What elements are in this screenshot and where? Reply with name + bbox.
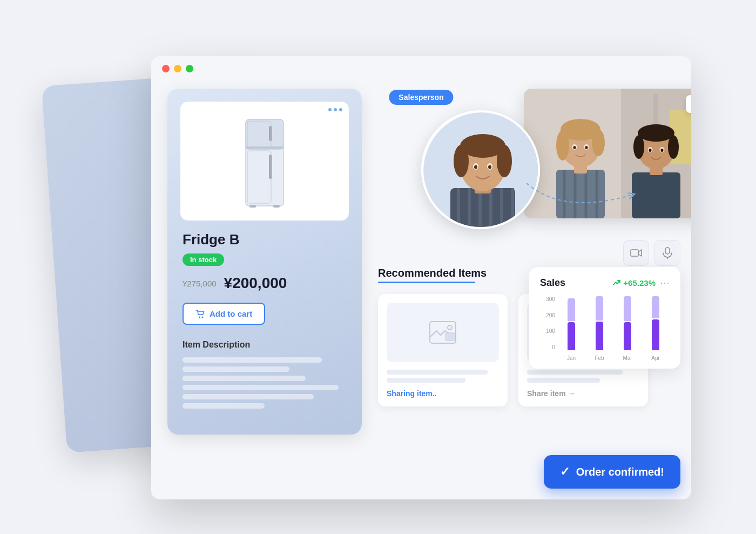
svg-point-10	[202, 316, 204, 318]
desc-line	[183, 376, 306, 381]
svg-point-55	[661, 149, 664, 152]
product-panel: Fridge B In stock ¥275,000 ¥200,000 Add …	[167, 89, 362, 435]
dot-2	[334, 108, 337, 111]
desc-line	[183, 357, 322, 363]
cart-icon	[195, 310, 205, 318]
order-confirmed-label: Order confirmed!	[576, 466, 664, 478]
original-price: ¥275,000	[183, 279, 217, 288]
svg-rect-7	[249, 205, 256, 208]
svg-point-45	[585, 146, 588, 149]
maximize-button[interactable]	[186, 65, 193, 72]
order-confirmed-button[interactable]: ✓ Order confirmed!	[544, 455, 680, 489]
svg-rect-61	[446, 333, 455, 341]
svg-point-49	[638, 124, 674, 142]
svg-rect-2	[246, 146, 284, 149]
product-dots	[328, 108, 342, 111]
bar-light-jan	[568, 298, 575, 321]
product-image-box	[180, 102, 349, 221]
rec-item-image-1	[387, 303, 499, 362]
dashed-arrow	[521, 172, 640, 226]
customer-label: Customer	[686, 95, 691, 113]
svg-point-50	[633, 135, 644, 159]
description-lines	[183, 357, 347, 409]
sales-header: Sales +65.23% ⋯	[540, 277, 670, 289]
svg-point-51	[668, 135, 679, 159]
check-icon: ✓	[560, 465, 570, 479]
svg-point-26	[474, 165, 477, 169]
add-to-cart-button[interactable]: Add to cart	[183, 303, 265, 325]
svg-point-22	[454, 145, 469, 177]
svg-point-54	[649, 149, 652, 152]
rec-item-line	[527, 370, 623, 375]
svg-rect-8	[273, 205, 280, 208]
minimize-button[interactable]	[174, 65, 181, 72]
desc-line	[183, 385, 339, 390]
svg-rect-4	[269, 155, 272, 179]
bar-light-mar	[624, 296, 631, 321]
current-price: ¥200,000	[224, 275, 287, 292]
bar-dark-jan	[568, 322, 575, 350]
product-name: Fridge B	[183, 231, 347, 248]
sales-percent: +65.23%	[612, 278, 656, 288]
bar-light-feb	[596, 296, 603, 321]
sales-title: Sales	[540, 277, 608, 289]
rec-item-lines	[387, 370, 499, 383]
video-controls	[623, 240, 680, 266]
sales-card: Sales +65.23% ⋯ 300 200 100	[529, 267, 680, 369]
svg-point-44	[573, 146, 576, 149]
svg-rect-56	[631, 250, 638, 256]
bar-light-apr	[652, 296, 659, 318]
rec-item-line	[527, 378, 600, 383]
image-placeholder-icon	[429, 321, 456, 344]
right-area: Salesperson	[378, 89, 680, 489]
svg-point-23	[497, 145, 512, 177]
desc-line	[183, 366, 289, 372]
close-button[interactable]	[162, 65, 170, 72]
svg-rect-1	[246, 119, 284, 149]
salesperson-label: Salesperson	[389, 90, 453, 105]
trend-up-icon	[612, 278, 621, 287]
svg-rect-3	[269, 126, 272, 141]
bar-dark-mar	[624, 322, 631, 350]
share-item-link[interactable]: Share item →	[527, 389, 639, 398]
svg-point-40	[556, 130, 569, 161]
svg-rect-57	[665, 248, 670, 254]
svg-point-27	[488, 165, 491, 169]
sharing-item-link[interactable]: Sharing item..	[387, 389, 499, 398]
title-underline	[378, 282, 475, 283]
bar-jan	[559, 296, 583, 350]
bar-dark-apr	[652, 319, 659, 350]
bar-mar	[616, 296, 639, 350]
chart-y-axis: 300 200 100 0	[540, 296, 555, 350]
desc-line	[183, 394, 314, 399]
main-window: Fridge B In stock ¥275,000 ¥200,000 Add …	[151, 56, 691, 499]
chart-bars	[557, 296, 670, 350]
svg-point-41	[592, 129, 605, 156]
dot-3	[339, 108, 342, 111]
bar-apr	[644, 296, 667, 350]
rec-item-lines	[527, 370, 639, 383]
chart-x-axis: Jan Feb Mar Apr	[557, 355, 670, 361]
camera-icon	[630, 248, 642, 258]
item-description-title: Item Description	[183, 340, 347, 350]
bar-dark-feb	[596, 322, 603, 350]
fridge-image	[238, 114, 292, 209]
video-section: Salesperson	[421, 89, 680, 262]
mic-icon	[663, 247, 672, 259]
camera-button[interactable]	[623, 240, 649, 266]
recommended-item-1: Sharing item..	[378, 294, 508, 406]
desc-line	[183, 403, 265, 409]
in-stock-badge: In stock	[183, 253, 224, 266]
chart-area: 300 200 100 0	[540, 296, 670, 361]
rec-item-line	[387, 378, 465, 383]
dot-1	[328, 108, 332, 111]
svg-point-9	[199, 316, 200, 318]
svg-point-60	[448, 325, 452, 330]
bar-feb	[588, 296, 611, 350]
product-info: Fridge B In stock ¥275,000 ¥200,000 Add …	[180, 231, 349, 409]
more-options-button[interactable]: ⋯	[660, 277, 670, 289]
window-controls	[151, 56, 691, 81]
price-row: ¥275,000 ¥200,000	[183, 275, 347, 292]
rec-item-line	[387, 370, 488, 375]
mic-button[interactable]	[654, 240, 680, 266]
